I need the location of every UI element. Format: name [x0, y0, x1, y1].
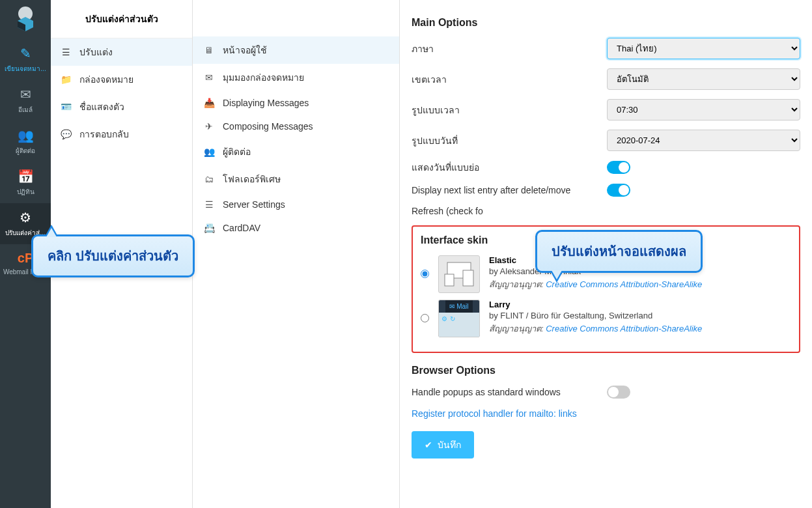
sliders-icon: ☰	[60, 47, 72, 57]
setting-ui-label: หน้าจอผู้ใช้	[223, 43, 267, 57]
section-preferences[interactable]: ☰ ปรับแต่ง	[51, 38, 192, 66]
timeformat-label: รูปแบบเวลา	[412, 103, 607, 117]
setting-composing-messages[interactable]: ✈ Composing Messages	[193, 115, 399, 138]
browser-options-heading: Browser Options	[412, 365, 800, 376]
language-select[interactable]: Thai (ไทย)	[607, 38, 800, 59]
svg-rect-3	[463, 270, 473, 286]
field-timeformat: รูปแบบเวลา 07:30	[412, 99, 800, 120]
mailto-register-link[interactable]: Register protocol handler for mailto: li…	[412, 408, 577, 419]
skin-thumb-elastic	[438, 255, 480, 293]
save-button-label: บันทึก	[438, 438, 461, 452]
settings-list-sidebar: 🖥 หน้าจอผู้ใช้ ✉ มุมมองกล่องจดหมาย 📥 Dis…	[193, 0, 400, 508]
setting-mailbox-label: มุมมองกล่องจดหมาย	[223, 70, 304, 85]
field-popup: Handle popups as standard windows	[412, 386, 800, 399]
contacts-icon: 👥	[18, 128, 34, 143]
section-folders-label: กล่องจดหมาย	[79, 72, 133, 87]
sections-title: ปรับแต่งค่าส่วนตัว	[51, 0, 192, 38]
prettydate-toggle[interactable]	[607, 161, 630, 174]
section-folders[interactable]: 📁 กล่องจดหมาย	[51, 66, 192, 93]
field-prettydate: แสดงวันที่แบบย่อ	[412, 160, 800, 175]
setting-display-label: Displaying Messages	[223, 98, 309, 108]
skin-option-larry[interactable]: ✉ Mail ⚙↻ Larry by FLINT / Büro für Gest…	[421, 300, 791, 337]
skin-license-elastic: สัญญาอนุญาต: Creative Commons Attributio…	[489, 277, 791, 291]
calendar-icon: 📅	[18, 169, 34, 184]
setting-contacts-label: ผู้ติดต่อ	[223, 145, 251, 159]
timezone-select[interactable]: อัตโนมัติ	[607, 68, 800, 90]
nav-contacts[interactable]: 👥 ผู้ติดต่อ	[0, 121, 51, 162]
users-icon: 👥	[203, 147, 215, 157]
reply-icon: 💬	[60, 129, 72, 139]
prettydate-label: แสดงวันที่แบบย่อ	[412, 160, 607, 175]
setting-carddav-label: CardDAV	[223, 223, 260, 233]
nav-contacts-label: ผู้ติดต่อ	[1, 146, 49, 156]
callout-customize-display: ปรับแต่งหน้าจอแสดงผล	[535, 230, 703, 273]
setting-special-label: โฟลเดอร์พิเศษ	[223, 172, 281, 186]
folder-open-icon: 🗂	[203, 174, 215, 184]
displaynext-label: Display next list entry after delete/mov…	[412, 185, 607, 195]
field-dateformat: รูปแบบวันที่ 2020-07-24	[412, 130, 800, 151]
timeformat-select[interactable]: 07:30	[607, 99, 800, 120]
field-timezone: เขตเวลา อัตโนมัติ	[412, 68, 800, 90]
refresh-label: Refresh (check fo	[412, 206, 607, 216]
field-language: ภาษา Thai (ไทย)	[412, 38, 800, 59]
inbox-icon: 📥	[203, 98, 215, 108]
server-icon: ☰	[203, 199, 215, 210]
section-responses[interactable]: 💬 การตอบกลับ	[51, 120, 192, 148]
dateformat-label: รูปแบบวันที่	[412, 134, 607, 148]
nav-compose-label: เขียนจดหมา...	[1, 64, 49, 74]
envelope-icon: ✉	[203, 72, 215, 83]
check-icon: ✔	[425, 440, 432, 450]
setting-server-settings[interactable]: ☰ Server Settings	[193, 193, 399, 216]
gear-icon: ⚙	[20, 210, 31, 225]
skin-license-link-elastic[interactable]: Creative Commons Attribution-ShareAlike	[546, 279, 702, 289]
nav-mail[interactable]: ✉ อีเมล์	[0, 80, 51, 121]
dateformat-select[interactable]: 2020-07-24	[607, 130, 800, 151]
popup-toggle[interactable]	[607, 386, 630, 399]
mail-icon: ✉	[20, 87, 31, 102]
main-options-heading: Main Options	[412, 17, 800, 29]
setting-server-label: Server Settings	[223, 199, 285, 210]
section-responses-label: การตอบกลับ	[79, 127, 129, 141]
compose-icon: ✎	[20, 46, 31, 61]
send-icon: ✈	[203, 121, 215, 132]
skin-license-larry: สัญญาอนุญาต: Creative Commons Attributio…	[489, 322, 791, 335]
skin-info-larry: Larry by FLINT / Büro für Gestaltung, Sw…	[489, 300, 791, 335]
nav-compose[interactable]: ✎ เขียนจดหมา...	[0, 39, 51, 80]
setting-special-folders[interactable]: 🗂 โฟลเดอร์พิเศษ	[193, 165, 399, 193]
setting-compose-label: Composing Messages	[223, 121, 313, 132]
setting-contacts[interactable]: 👥 ผู้ติดต่อ	[193, 138, 399, 165]
setting-mailbox-view[interactable]: ✉ มุมมองกล่องจดหมาย	[193, 64, 399, 91]
svg-rect-2	[445, 274, 454, 286]
section-identities[interactable]: 🪪 ชื่อแสดงตัว	[51, 93, 192, 120]
id-icon: 🪪	[60, 102, 72, 112]
timezone-label: เขตเวลา	[412, 72, 607, 87]
setting-displaying-messages[interactable]: 📥 Displaying Messages	[193, 91, 399, 115]
folder-icon: 📁	[60, 74, 72, 85]
nav-calendar-label: ปฏิทิน	[1, 187, 49, 197]
section-preferences-label: ปรับแต่ง	[79, 45, 113, 59]
section-identities-label: ชื่อแสดงตัว	[79, 100, 124, 114]
callout-click-settings: คลิก ปรับแต่งค่าส่วนตัว	[31, 234, 195, 277]
skin-author-larry: by FLINT / Büro für Gestaltung, Switzerl…	[489, 311, 791, 320]
field-displaynext: Display next list entry after delete/mov…	[412, 184, 800, 197]
save-button[interactable]: ✔บันทึก	[412, 431, 474, 459]
language-label: ภาษา	[412, 42, 607, 56]
popup-label: Handle popups as standard windows	[412, 387, 607, 397]
setting-carddav[interactable]: 📇 CardDAV	[193, 216, 399, 240]
nav-mail-label: อีเมล์	[1, 105, 49, 115]
carddav-icon: 📇	[203, 223, 215, 233]
desktop-icon: 🖥	[203, 45, 215, 55]
skin-radio-elastic[interactable]	[421, 270, 429, 278]
skin-thumb-larry: ✉ Mail ⚙↻	[438, 300, 480, 337]
skin-name-larry: Larry	[489, 300, 791, 309]
skin-license-link-larry[interactable]: Creative Commons Attribution-ShareAlike	[546, 324, 702, 333]
displaynext-toggle[interactable]	[607, 184, 630, 197]
field-refresh: Refresh (check fo	[412, 206, 800, 216]
app-logo	[12, 5, 38, 31]
setting-user-interface[interactable]: 🖥 หน้าจอผู้ใช้	[193, 36, 399, 64]
skin-radio-larry[interactable]	[421, 314, 429, 322]
nav-calendar[interactable]: 📅 ปฏิทิน	[0, 162, 51, 203]
